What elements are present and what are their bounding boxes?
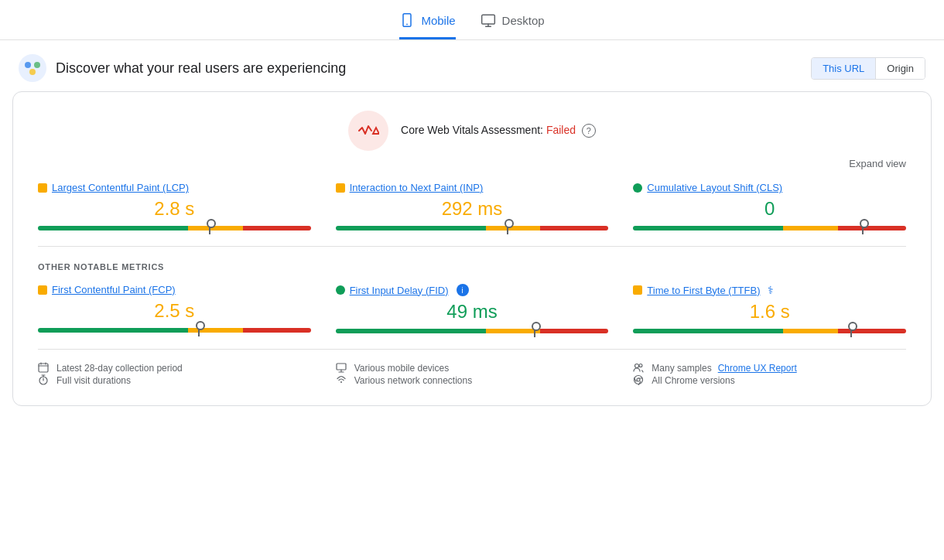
metric-card-inp: Interaction to Next Paint (INP)292 ms — [336, 182, 609, 230]
footer-text-0-0: Latest 28-day collection period — [56, 363, 183, 374]
header-title: Discover what your real users are experi… — [56, 60, 346, 77]
metric-name-fid[interactable]: First Input Delay (FID) — [350, 285, 449, 296]
flask-icon-ttfb: ⚕ — [768, 284, 774, 296]
metric-label-row-cls: Cumulative Layout Shift (CLS) — [633, 182, 906, 193]
metric-card-ttfb: Time to First Byte (TTFB)⚕1.6 s — [633, 284, 906, 333]
assessment-status: Failed — [546, 124, 576, 136]
gauge-needle — [534, 325, 535, 337]
other-metrics-grid: First Contentful Paint (FCP)2.5 sFirst I… — [38, 284, 906, 333]
this-url-button[interactable]: This URL — [812, 58, 876, 79]
metric-card-cls: Cumulative Layout Shift (CLS)0 — [633, 182, 906, 230]
svg-rect-8 — [39, 364, 48, 372]
svg-rect-2 — [481, 15, 494, 24]
gauge-bar — [336, 226, 609, 230]
metric-dot-fcp — [38, 285, 47, 295]
svg-point-3 — [19, 54, 46, 82]
crux-icon — [19, 54, 46, 82]
metric-name-fcp[interactable]: First Contentful Paint (FCP) — [52, 284, 176, 295]
main-card: Core Web Vitals Assessment: Failed ? Exp… — [12, 91, 932, 406]
mobile-icon — [399, 12, 415, 28]
origin-button[interactable]: Origin — [876, 58, 925, 79]
gauge-needle — [850, 325, 852, 337]
metric-value-lcp: 2.8 s — [38, 198, 311, 220]
header-left: Discover what your real users are experi… — [19, 54, 346, 82]
metric-value-inp: 292 ms — [336, 198, 609, 220]
assessment-title: Core Web Vitals Assessment: — [401, 124, 543, 136]
svg-point-13 — [639, 364, 642, 367]
svg-point-15 — [637, 378, 640, 381]
svg-point-4 — [25, 62, 31, 68]
metric-value-fid: 49 ms — [336, 301, 609, 323]
footer-col-2: Many samples Chrome UX ReportAll Chrome … — [633, 362, 906, 387]
other-metrics-label: OTHER NOTABLE METRICS — [38, 262, 906, 271]
footer-item-0-1: Full visit durations — [38, 374, 311, 387]
gauge-bar — [38, 226, 311, 230]
metric-label-row-inp: Interaction to Next Paint (INP) — [336, 182, 609, 193]
metric-name-ttfb[interactable]: Time to First Byte (TTFB) — [647, 285, 760, 296]
tab-desktop-label: Desktop — [502, 14, 545, 27]
svg-point-6 — [29, 69, 36, 75]
header-row: Discover what your real users are experi… — [0, 40, 944, 91]
svg-point-12 — [635, 364, 639, 368]
svg-point-5 — [34, 62, 40, 68]
metric-name-cls[interactable]: Cumulative Layout Shift (CLS) — [647, 182, 782, 193]
gauge-bar — [38, 328, 311, 333]
svg-rect-10 — [337, 364, 346, 370]
metric-dot-lcp — [38, 183, 47, 193]
metric-value-fcp: 2.5 s — [38, 300, 311, 322]
footer-text-0-1: Full visit durations — [56, 375, 131, 386]
footer-text-1-0: Various mobile devices — [354, 363, 450, 374]
metric-label-row-fcp: First Contentful Paint (FCP) — [38, 284, 311, 295]
footer-col-1: Various mobile devicesVarious network co… — [336, 362, 609, 387]
gauge-needle — [198, 324, 200, 336]
metric-dot-fid — [336, 285, 345, 295]
users-icon — [633, 362, 645, 374]
metric-card-lcp: Largest Contentful Paint (LCP)2.8 s — [38, 182, 311, 230]
assessment-help-icon[interactable]: ? — [582, 124, 596, 138]
gauge-needle — [507, 222, 508, 234]
metric-dot-inp — [336, 183, 345, 193]
url-origin-toggle: This URL Origin — [811, 57, 925, 80]
metrics-divider — [38, 246, 906, 247]
footer-text-2-0: Many samples — [652, 363, 711, 374]
gauge-bar — [336, 329, 609, 333]
tab-desktop[interactable]: Desktop — [481, 12, 545, 39]
tabs-container: Mobile Desktop — [0, 0, 944, 40]
footer-item-2-0: Many samples Chrome UX Report — [633, 362, 906, 374]
assessment-text: Core Web Vitals Assessment: Failed ? — [401, 124, 596, 138]
calendar-icon — [38, 362, 50, 374]
assessment-row: Core Web Vitals Assessment: Failed ? — [38, 111, 906, 151]
tab-mobile-label: Mobile — [421, 14, 455, 27]
footer-text-1-1: Various network connections — [354, 375, 473, 386]
gauge-bar — [633, 329, 906, 333]
gauge-needle — [209, 222, 210, 234]
expand-link[interactable]: Expand view — [849, 158, 906, 169]
metric-dot-cls — [633, 183, 642, 193]
core-metrics-grid: Largest Contentful Paint (LCP)2.8 sInter… — [38, 182, 906, 230]
footer-item-2-1: All Chrome versions — [633, 374, 906, 387]
wifi-icon — [336, 374, 348, 387]
metric-label-row-fid: First Input Delay (FID)i — [336, 284, 609, 296]
chrome-icon — [633, 374, 645, 387]
expand-row: Expand view — [38, 157, 906, 169]
metric-name-lcp[interactable]: Largest Contentful Paint (LCP) — [52, 182, 189, 193]
metric-name-inp[interactable]: Interaction to Next Paint (INP) — [350, 182, 484, 193]
info-icon-fid[interactable]: i — [457, 284, 469, 296]
metric-value-cls: 0 — [633, 198, 906, 220]
tab-mobile[interactable]: Mobile — [399, 12, 455, 39]
stopwatch-icon — [38, 374, 50, 387]
svg-point-1 — [407, 24, 409, 26]
desktop-icon — [481, 12, 496, 28]
svg-point-11 — [340, 381, 342, 383]
footer-item-1-1: Various network connections — [336, 374, 609, 387]
metric-value-ttfb: 1.6 s — [633, 301, 906, 323]
footer-item-1-0: Various mobile devices — [336, 362, 609, 374]
gauge-needle — [862, 222, 864, 234]
footer-text-2-1: All Chrome versions — [652, 375, 734, 386]
footer-row: Latest 28-day collection periodFull visi… — [38, 349, 906, 387]
footer-link-chrome-ux-report[interactable]: Chrome UX Report — [718, 363, 797, 374]
metric-label-row-ttfb: Time to First Byte (TTFB)⚕ — [633, 284, 906, 296]
metric-label-row-lcp: Largest Contentful Paint (LCP) — [38, 182, 311, 193]
metric-card-fid: First Input Delay (FID)i49 ms — [336, 284, 609, 333]
assessment-icon — [348, 111, 388, 151]
